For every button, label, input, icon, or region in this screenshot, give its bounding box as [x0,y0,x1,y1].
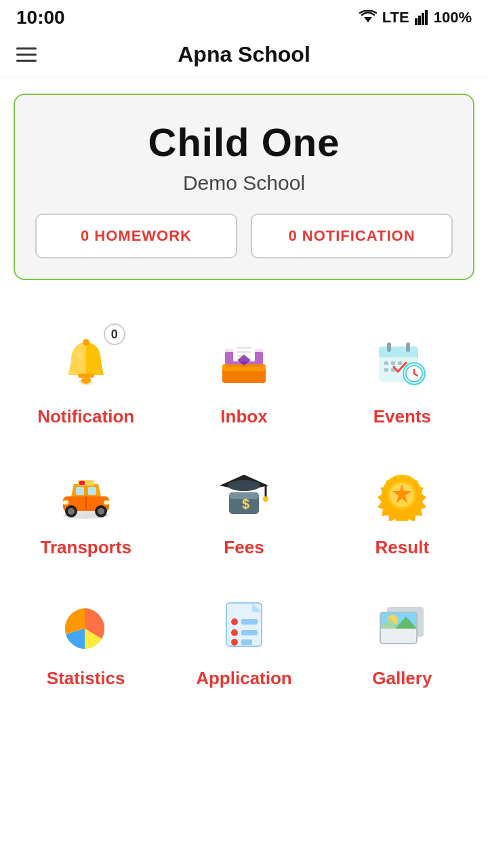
notification-icon-wrapper: 0 [52,329,120,397]
notification-count-button[interactable]: 0 NOTIFICATION [251,214,453,258]
menu-item-statistics[interactable]: Statistics [7,572,165,703]
svg-rect-45 [104,500,109,505]
svg-point-7 [81,377,91,384]
svg-rect-36 [76,487,84,495]
hamburger-menu[interactable] [16,47,37,62]
svg-point-67 [231,629,238,636]
battery-label: 100% [434,9,472,26]
gallery-icon [375,597,429,652]
svg-rect-22 [387,342,391,352]
notification-badge: 0 [104,323,125,345]
svg-rect-21 [379,355,418,357]
lte-label: LTE [382,9,409,26]
events-icon [375,336,429,390]
app-title: Apna School [178,42,310,67]
application-icon-wrapper [210,591,278,658]
svg-text:$: $ [242,496,249,511]
menu-item-notification[interactable]: 0 Notification [7,310,165,441]
svg-rect-23 [406,342,410,352]
svg-point-43 [98,508,104,515]
application-icon [217,597,271,652]
child-card: Child One Demo School 0 HOMEWORK 0 NOTIF… [14,94,474,280]
app-header: Apna School [0,33,488,77]
events-icon-wrapper [368,329,436,397]
result-icon-wrapper [368,460,436,528]
svg-rect-3 [422,13,424,25]
gallery-icon-wrapper [368,591,436,658]
notification-icon [59,336,113,390]
notification-label: Notification [37,406,134,427]
status-icons: LTE 100% [359,9,472,26]
svg-point-51 [228,480,260,491]
svg-rect-27 [384,368,388,372]
events-label: Events [373,406,431,427]
svg-point-53 [263,496,268,502]
fees-label: Fees [224,537,264,558]
menu-item-gallery[interactable]: Gallery [323,572,481,703]
svg-rect-2 [418,16,421,25]
svg-rect-37 [88,487,96,495]
svg-point-69 [231,639,238,646]
menu-item-fees[interactable]: $ Fees [165,441,323,572]
svg-point-8 [83,339,89,346]
child-school: Demo School [183,172,305,195]
svg-rect-68 [241,630,258,635]
inbox-label: Inbox [220,406,267,427]
menu-item-application[interactable]: Application [165,572,323,703]
inbox-icon [217,336,271,390]
svg-point-65 [231,618,238,625]
homework-button[interactable]: 0 HOMEWORK [35,214,237,258]
transports-icon-wrapper [52,460,120,528]
transports-label: Transports [40,537,131,558]
menu-item-inbox[interactable]: Inbox [165,310,323,441]
svg-rect-66 [241,619,258,625]
menu-item-result[interactable]: Result [323,441,481,572]
result-label: Result [375,537,429,558]
statistics-icon-wrapper [52,591,120,658]
svg-rect-4 [425,10,428,25]
svg-point-41 [68,508,75,515]
application-label: Application [196,668,292,689]
svg-rect-70 [241,639,252,645]
inbox-icon-wrapper [210,329,278,397]
menu-grid: 0 Notification [0,296,488,716]
gallery-label: Gallery [372,668,432,689]
status-time: 10:00 [16,7,65,28]
statistics-label: Statistics [47,668,125,689]
svg-rect-39 [79,481,85,485]
svg-rect-26 [398,361,402,365]
svg-rect-24 [384,361,388,365]
svg-rect-44 [63,500,68,505]
wifi-icon [359,10,377,25]
signal-icon [415,10,428,25]
svg-rect-1 [415,18,418,25]
menu-item-transports[interactable]: Transports [7,441,165,572]
fees-icon: $ [217,467,271,521]
transports-icon [59,467,113,521]
menu-item-events[interactable]: Events [323,310,481,441]
svg-rect-25 [391,361,395,365]
statistics-icon [59,597,113,652]
fees-icon-wrapper: $ [210,460,278,528]
child-action-buttons: 0 HOMEWORK 0 NOTIFICATION [35,214,453,258]
result-icon [375,467,429,521]
status-bar: 10:00 LTE 100% [0,0,488,33]
svg-marker-0 [364,17,372,22]
child-name: Child One [148,119,340,165]
